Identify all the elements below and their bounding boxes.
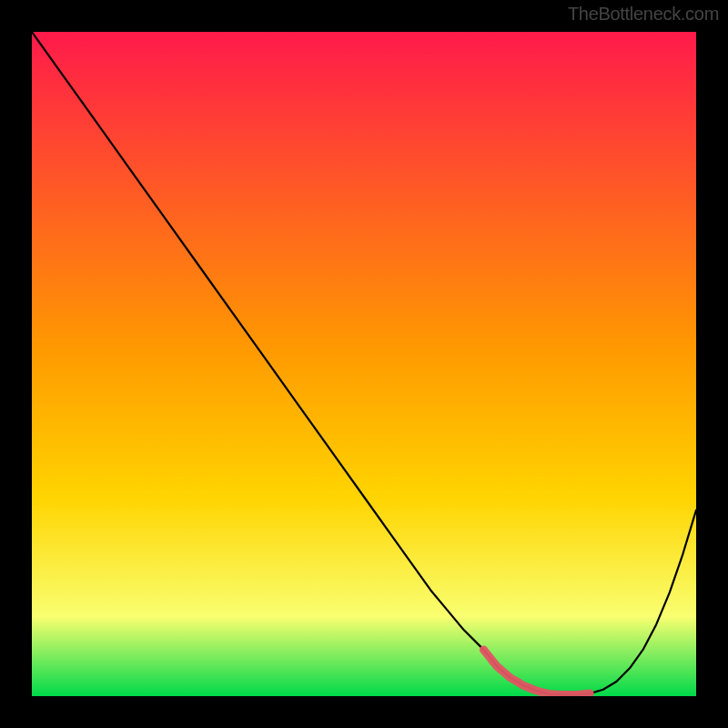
chart-container: TheBottleneck.com	[0, 0, 728, 728]
plot-area	[32, 32, 696, 696]
chart-svg	[32, 32, 696, 696]
watermark-text: TheBottleneck.com	[568, 4, 719, 25]
chart-background	[32, 32, 696, 696]
